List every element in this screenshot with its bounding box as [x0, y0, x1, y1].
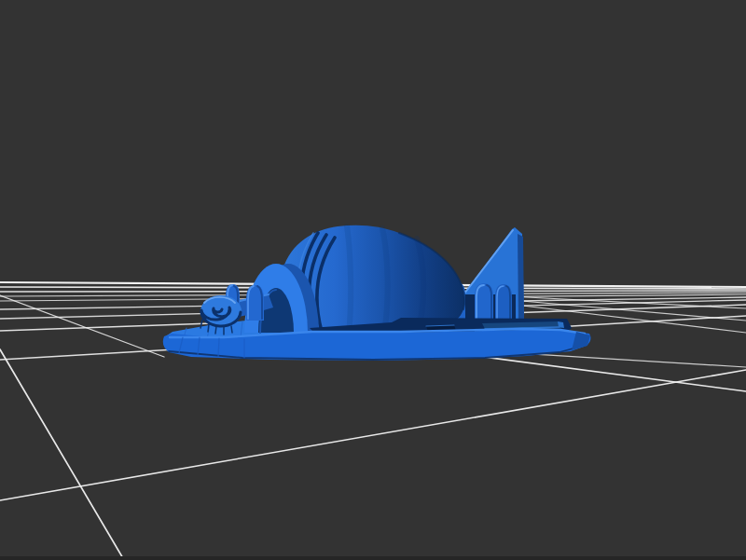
tail-fin-right-edge	[518, 234, 524, 321]
viewer-window	[0, 0, 746, 560]
base-plaque-end	[558, 321, 564, 328]
viewport-3d[interactable]	[0, 0, 746, 560]
viewport-bottom-edge	[0, 556, 746, 560]
